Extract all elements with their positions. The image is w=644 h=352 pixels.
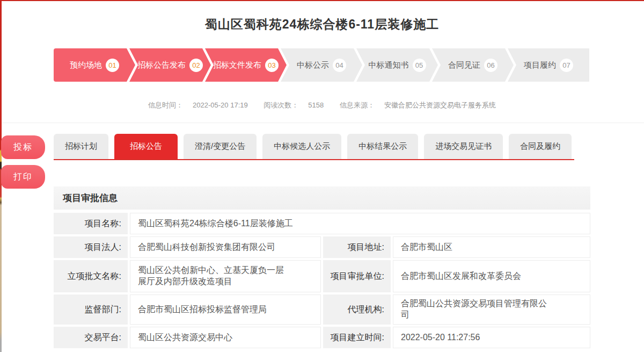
step-winner-publicity: 中标公示 04 — [281, 48, 362, 82]
tab-bar: 招标计划 招标公告 澄清/变更公告 中标候选人公示 中标结果公示 进场交易见证书… — [54, 134, 590, 159]
field-agency-value: 合肥蜀山公共资源交易项目管理有限公司 — [393, 294, 590, 325]
bid-button[interactable]: 投标 — [1, 135, 45, 159]
approval-info-table: 项目名称: 蜀山区蜀科苑24栋综合楼6-11层装修施工 项目法人: 合肥蜀山科技… — [54, 213, 592, 348]
tab-result-publicity[interactable]: 中标结果公示 — [347, 134, 418, 159]
field-project-name-label: 项目名称: — [54, 213, 128, 234]
step-reserve-venue: 预约场地 01 — [54, 48, 135, 82]
field-trading-platform-label: 交易平台: — [54, 327, 128, 348]
field-project-address-label: 项目地址: — [323, 236, 391, 258]
info-views-label: 阅读次数： — [264, 101, 298, 109]
field-create-time-value: 2022-05-20 11:27:56 — [393, 327, 590, 348]
tab-clarification-change[interactable]: 澄清/变更公告 — [184, 134, 257, 159]
section-header-approval-info: 项目审批信息 — [54, 186, 590, 210]
step-number-badge: 01 — [106, 59, 119, 72]
step-contract-witness: 合同见证 06 — [432, 48, 514, 82]
info-views-value: 5158 — [308, 101, 324, 109]
field-approval-doc-label: 立项批文名称: — [54, 260, 128, 292]
tab-entry-certificate[interactable]: 进场交易见证书 — [424, 134, 503, 159]
field-supervision-dept-value: 合肥市蜀山区招标投标监督管理局 — [130, 294, 321, 325]
step-label: 招标公告发布 — [137, 60, 186, 70]
field-approval-doc-value: 蜀山区公共创新中心、立基天厦负一层展厅及内部升级改造项目 — [130, 260, 321, 292]
step-number-badge: 07 — [560, 59, 573, 72]
field-agency-label: 代理机构: — [323, 294, 391, 325]
step-number-badge: 05 — [413, 59, 426, 72]
step-label: 中标通知书 — [369, 60, 409, 70]
step-number-badge: 03 — [265, 59, 279, 72]
step-number-badge: 06 — [484, 59, 497, 72]
field-approval-unit-value: 合肥市蜀山区发展和改革委员会 — [393, 260, 590, 292]
step-number-badge: 04 — [333, 59, 346, 72]
field-supervision-dept-label: 监督部门: — [54, 294, 128, 325]
field-project-name-value: 蜀山区蜀科苑24栋综合楼6-11层装修施工 — [130, 213, 590, 234]
print-button[interactable]: 打印 — [1, 165, 45, 189]
step-tender-announcement: 招标公告发布 02 — [129, 48, 211, 82]
tab-candidate-publicity[interactable]: 中标候选人公示 — [262, 134, 341, 159]
top-accent-bar — [0, 0, 644, 1]
field-project-address-value: 合肥市蜀山区 — [393, 236, 590, 258]
info-time-value: 2022-05-20 17:19 — [193, 101, 248, 109]
page-title: 蜀山区蜀科苑24栋综合楼6-11层装修施工 — [0, 16, 644, 33]
tab-tender-announcement[interactable]: 招标公告 — [114, 134, 178, 159]
progress-steps: 预约场地 01 招标公告发布 02 招标文件发布 03 中标公示 04 中标通知… — [54, 48, 589, 82]
section-title: 项目审批信息 — [63, 192, 118, 204]
field-create-time-label: 项目建立时间: — [323, 327, 391, 348]
step-label: 中标公示 — [297, 60, 329, 70]
field-approval-unit-label: 项目审批单位: — [323, 260, 391, 292]
tab-contract-performance[interactable]: 合同及履约 — [509, 134, 572, 159]
field-trading-platform-value: 蜀山区公共资源交易中心 — [130, 327, 321, 348]
info-source-label: 信息来源： — [340, 101, 375, 109]
step-number-badge: 02 — [189, 59, 203, 72]
step-label: 项目履约 — [524, 60, 556, 70]
step-project-performance: 项目履约 07 — [508, 48, 589, 82]
step-award-notice: 中标通知书 05 — [356, 48, 438, 82]
info-time-label: 信息时间： — [148, 101, 183, 109]
info-meta-line: 信息时间：2022-05-20 17:19 阅读次数：5158 信息来源：安徽合… — [0, 100, 644, 110]
step-label: 合同见证 — [448, 60, 480, 70]
step-label: 预约场地 — [70, 60, 102, 70]
info-source-value: 安徽合肥公共资源交易电子服务系统 — [384, 101, 496, 109]
tab-tender-plan[interactable]: 招标计划 — [54, 134, 108, 159]
tab-active-underline — [54, 159, 574, 160]
step-label: 招标文件发布 — [213, 60, 261, 70]
field-legal-person-label: 项目法人: — [54, 236, 128, 258]
step-tender-documents: 招标文件发布 03 — [205, 48, 287, 82]
horizontal-divider — [0, 123, 644, 123]
field-legal-person-value: 合肥蜀山科技创新投资集团有限公司 — [130, 236, 321, 258]
